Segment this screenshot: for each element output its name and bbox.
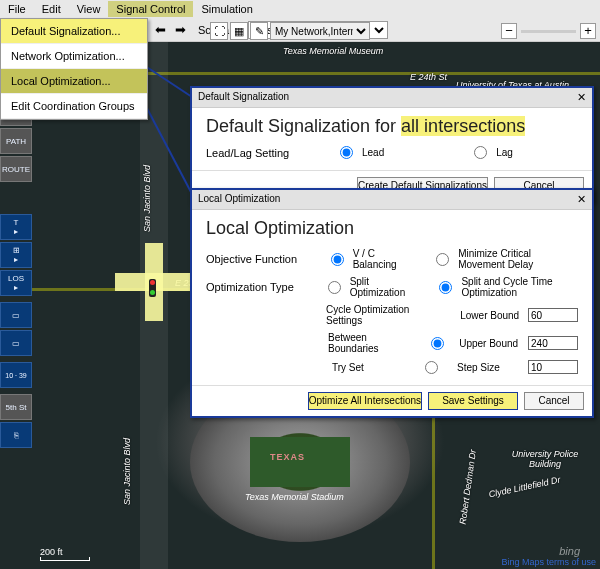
menu-signal-control[interactable]: Signal Control [108,1,193,17]
menu-edit[interactable]: Edit [34,1,69,17]
default-signalization-dialog: Default Signalization ✕ Default Signaliz… [190,86,594,203]
tryset-label: Try Set [332,362,364,373]
map-label-police: University Police Building [505,449,585,469]
tryset-radio[interactable] [425,361,438,374]
side-toolbar: GATE PATH ROUTE T▸ ⊞▸ LOS▸ ▭ ▭ 10 · 39 5… [0,100,34,450]
step-size-label: Step Size [457,362,522,373]
menu-local-optimization[interactable]: Local Optimization... [1,69,147,94]
side-los[interactable]: LOS▸ [0,270,32,296]
zoom-out-button[interactable]: − [501,23,517,39]
zoom-in-button[interactable]: + [580,23,596,39]
map-credit[interactable]: Bing Maps terms of use [501,557,596,567]
side-range[interactable]: 10 · 39 [0,362,32,388]
side-split[interactable]: ⊞▸ [0,242,32,268]
map-label-clyde: Clyde Littlefield Dr [488,475,562,500]
step-size-input[interactable] [528,360,578,374]
upper-bound-input[interactable] [528,336,578,350]
side-shape2[interactable]: ▭ [0,330,32,356]
local-optimization-dialog: Local Optimization ✕ Local Optimization … [190,188,594,418]
dialog2-heading: Local Optimization [206,218,578,239]
leadlag-label: Lead/Lag Setting [206,147,326,159]
menubar: File Edit View Signal Control Simulation [0,0,600,18]
map-toolbar: ⛶ ▦ ✎ My Network,Internet... [210,22,370,40]
side-link-icon[interactable]: ⎘ [0,422,32,448]
signal-control-dropdown: Default Signalization... Network Optimiz… [0,18,148,120]
menu-default-signalization[interactable]: Default Signalization... [1,19,147,44]
nav-forward-icon[interactable]: ➡ [172,22,188,38]
lag-radio[interactable] [474,146,487,159]
dialog1-close-icon[interactable]: ✕ [577,91,586,104]
lower-bound-label: Lower Bound [460,310,522,321]
bing-logo: bing [559,545,580,557]
side-route[interactable]: ROUTE [0,156,32,182]
map-tool-edit-icon[interactable]: ✎ [250,22,268,40]
splitcycle-radio[interactable] [439,281,452,294]
menu-network-optimization[interactable]: Network Optimization... [1,44,147,69]
nav-back-icon[interactable]: ⬅ [152,22,168,38]
intersection-detail[interactable] [115,243,193,321]
dialog1-heading: Default Signalization for all intersecti… [206,116,578,137]
objective-label: Objective Function [206,253,317,265]
optimize-all-button[interactable]: Optimize All Intersections [308,392,422,410]
dialog2-title: Local Optimization [198,193,280,206]
menu-simulation[interactable]: Simulation [193,1,260,17]
menu-view[interactable]: View [69,1,109,17]
opttype-label: Optimization Type [206,281,314,293]
side-t[interactable]: T▸ [0,214,32,240]
mcmd-radio[interactable] [436,253,449,266]
side-path[interactable]: PATH [0,128,32,154]
save-settings-button[interactable]: Save Settings [428,392,518,410]
side-5th-st[interactable]: 5th St [0,394,32,420]
side-shape1[interactable]: ▭ [0,302,32,328]
split-radio[interactable] [328,281,341,294]
dialog1-title: Default Signalization [198,91,289,104]
upper-bound-label: Upper Bound [459,338,522,349]
menu-edit-coordination-groups[interactable]: Edit Coordination Groups [1,94,147,119]
zoom-slider[interactable] [521,30,576,33]
vc-radio[interactable] [331,253,344,266]
map-tool-grid-icon[interactable]: ▦ [230,22,248,40]
cycle-settings-label: Cycle Optimization Settings [326,304,448,326]
between-radio[interactable] [431,337,444,350]
map-label-stadium: Texas Memorial Stadium [245,492,344,502]
scale-bar: 200 ft [40,547,90,561]
menu-file[interactable]: File [0,1,34,17]
map-tool-fit-icon[interactable]: ⛶ [210,22,228,40]
network-select[interactable]: My Network,Internet... [270,22,370,40]
map-label-sanj2: San Jacinto Blvd [122,438,132,505]
map-label-dedman: Robert Dedman Dr [458,449,478,525]
lead-radio[interactable] [340,146,353,159]
dialog2-cancel-button[interactable]: Cancel [524,392,584,410]
dialog2-close-icon[interactable]: ✕ [577,193,586,206]
lower-bound-input[interactable] [528,308,578,322]
zoom-bar: − + [501,22,596,40]
map-label-texas: TEXAS [270,452,305,462]
between-label: Between Boundaries [328,332,417,354]
